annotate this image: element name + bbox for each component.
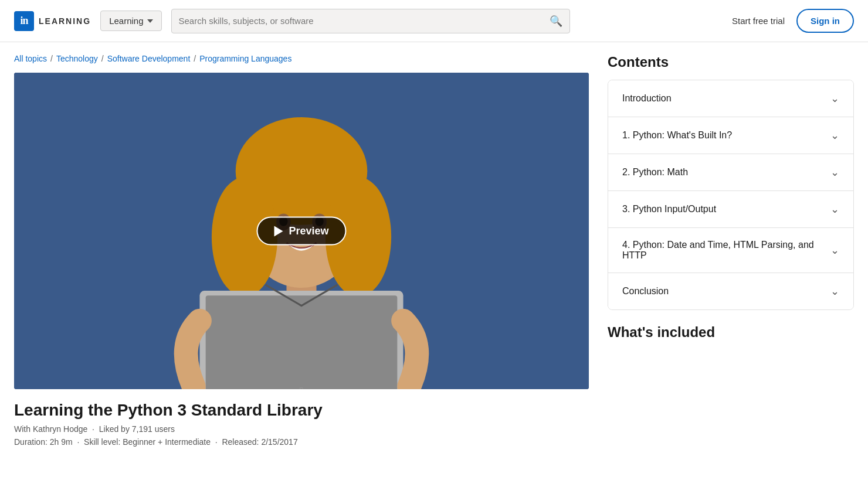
search-bar: 🔍: [171, 9, 570, 33]
contents-label-conclusion: Conclusion: [622, 286, 669, 297]
breadcrumb-prog-lang[interactable]: Programming Languages: [199, 54, 291, 63]
left-content: All topics / Technology / Software Devel…: [14, 54, 589, 447]
course-likes: Liked by 7,191 users: [99, 424, 175, 434]
course-skill-level: Skill level: Beginner + Intermediate: [84, 437, 211, 447]
contents-item-python-builtin[interactable]: 1. Python: What's Built In? ⌄: [608, 117, 853, 154]
course-details: Duration: 2h 9m · Skill level: Beginner …: [14, 437, 589, 447]
chevron-icon-io: ⌄: [830, 203, 839, 216]
course-released: Released: 2/15/2017: [222, 437, 297, 447]
course-title: Learning the Python 3 Standard Library: [14, 401, 589, 420]
chevron-icon-builtin: ⌄: [830, 129, 839, 142]
breadcrumb-all-topics[interactable]: All topics: [14, 54, 47, 63]
right-sidebar: Contents Introduction ⌄ 1. Python: What'…: [608, 54, 854, 447]
contents-card: Introduction ⌄ 1. Python: What's Built I…: [608, 80, 854, 310]
learning-dropdown[interactable]: Learning: [100, 11, 161, 31]
search-input[interactable]: [179, 16, 550, 26]
breadcrumb-sep-3: /: [194, 54, 196, 63]
chevron-icon-conclusion: ⌄: [830, 285, 839, 298]
contents-item-python-io[interactable]: 3. Python Input/Output ⌄: [608, 191, 853, 228]
contents-label-introduction: Introduction: [622, 93, 672, 104]
preview-button[interactable]: Preview: [256, 217, 346, 246]
linkedin-logo[interactable]: in LEARNING: [14, 11, 91, 31]
contents-title: Contents: [608, 54, 854, 70]
contents-label-python-builtin: 1. Python: What's Built In?: [622, 130, 732, 141]
breadcrumb-software-dev[interactable]: Software Development: [107, 54, 191, 63]
sign-in-button[interactable]: Sign in: [796, 9, 854, 33]
contents-label-python-datetime: 4. Python: Date and Time, HTML Parsing, …: [622, 240, 830, 261]
main-container: All topics / Technology / Software Devel…: [0, 42, 868, 458]
course-info: Learning the Python 3 Standard Library W…: [14, 401, 589, 447]
chevron-icon-math: ⌄: [830, 166, 839, 179]
breadcrumb-sep-2: /: [101, 54, 104, 63]
what-included-title: What's included: [608, 324, 854, 341]
breadcrumb-sep-1: /: [50, 54, 53, 63]
svg-text:: : [299, 385, 303, 389]
contents-item-introduction[interactable]: Introduction ⌄: [608, 80, 853, 117]
chevron-down-icon: [147, 19, 153, 23]
contents-item-conclusion[interactable]: Conclusion ⌄: [608, 273, 853, 309]
header-actions: Start free trial Sign in: [732, 9, 854, 33]
course-meta: With Kathryn Hodge · Liked by 7,191 user…: [14, 424, 589, 434]
linkedin-icon: in: [14, 11, 34, 31]
start-free-trial-link[interactable]: Start free trial: [732, 16, 785, 26]
preview-label: Preview: [289, 225, 328, 237]
contents-item-python-datetime[interactable]: 4. Python: Date and Time, HTML Parsing, …: [608, 228, 853, 273]
chevron-icon-introduction: ⌄: [830, 92, 839, 105]
video-container:  Preview: [14, 73, 589, 389]
contents-label-python-math: 2. Python: Math: [622, 167, 688, 178]
logo-text: LEARNING: [39, 16, 91, 26]
search-icon: 🔍: [550, 15, 562, 28]
contents-label-python-io: 3. Python Input/Output: [622, 204, 716, 215]
play-icon: [274, 226, 283, 236]
chevron-icon-datetime: ⌄: [830, 244, 839, 257]
dropdown-label: Learning: [109, 16, 143, 26]
svg-rect-12: [206, 295, 398, 389]
breadcrumb: All topics / Technology / Software Devel…: [14, 54, 589, 63]
course-author: With Kathryn Hodge: [14, 424, 87, 434]
course-duration: Duration: 2h 9m: [14, 437, 73, 447]
contents-item-python-math[interactable]: 2. Python: Math ⌄: [608, 154, 853, 191]
breadcrumb-technology[interactable]: Technology: [56, 54, 98, 63]
site-header: in LEARNING Learning 🔍 Start free trial …: [0, 0, 868, 42]
